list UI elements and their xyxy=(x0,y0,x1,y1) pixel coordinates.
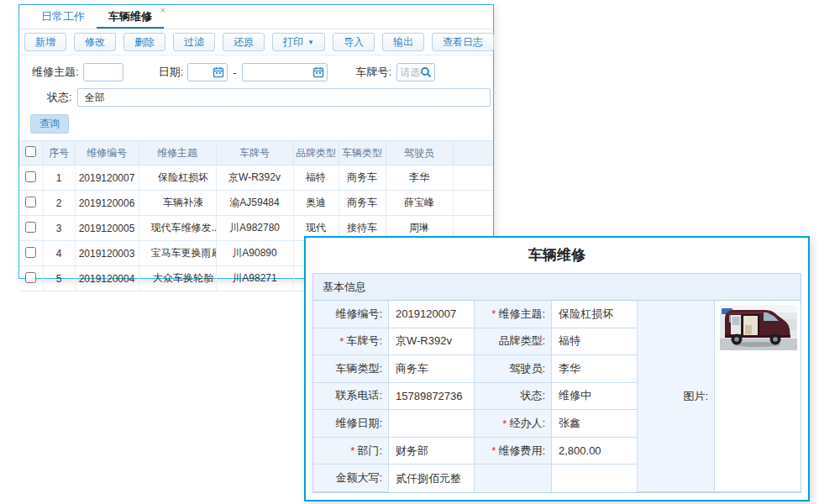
col-header-brand: 品牌类型 xyxy=(293,141,339,165)
section-header: 基本信息 xyxy=(313,274,801,301)
required-marker: * xyxy=(339,335,344,348)
subject-filter-input[interactable] xyxy=(83,63,123,81)
required-marker: * xyxy=(350,444,354,457)
field-label-driver: 驾驶员: xyxy=(475,355,552,383)
calendar-icon[interactable] xyxy=(213,66,224,78)
query-button[interactable]: 查询 xyxy=(30,114,69,134)
detail-title: 车辆维修 xyxy=(306,238,808,271)
required-marker: * xyxy=(491,307,496,320)
row-checkbox[interactable] xyxy=(25,197,36,207)
date-filter-label: 日期: xyxy=(159,65,184,80)
field-value-status: 维修中 xyxy=(552,383,638,411)
field-label-handler: *经办人: xyxy=(475,410,552,438)
field-label-status: 状态: xyxy=(475,383,552,411)
edit-button[interactable]: 修改 xyxy=(74,33,116,51)
view-log-button[interactable]: 查看日志 xyxy=(432,33,494,51)
date-range-separator: - xyxy=(233,66,236,79)
plate-link[interactable]: 川A90890 xyxy=(216,241,293,266)
status-select[interactable]: 全部 xyxy=(77,88,491,107)
required-marker: * xyxy=(491,444,496,457)
row-checkbox[interactable] xyxy=(25,272,36,283)
field-value-department: 财务部 xyxy=(389,438,475,465)
subject-filter-label: 维修主题: xyxy=(32,65,79,80)
driver-link[interactable]: 薛宝峰 xyxy=(386,191,453,216)
field-label-image: 图片: xyxy=(638,301,715,492)
field-value-amount-words: 贰仟捌佰元整 xyxy=(389,465,475,492)
field-label-department: *部门: xyxy=(313,438,389,465)
field-value-plate: 京W-R392v xyxy=(389,328,475,356)
row-checkbox[interactable] xyxy=(25,171,36,182)
chevron-down-icon: ▼ xyxy=(307,39,314,46)
import-button[interactable]: 导入 xyxy=(333,33,375,51)
col-header-subject: 维修主题 xyxy=(139,141,216,165)
table-row[interactable]: 1 2019120007 保险杠损坏 京W-R392v 福特 商务车 李华 xyxy=(19,165,493,191)
col-header-no: 序号 xyxy=(43,141,75,165)
field-label-vehicle-type: 车辆类型: xyxy=(313,355,389,383)
repair-id-link[interactable]: 2019120005 xyxy=(75,216,139,241)
col-header-repair-id: 维修编号 xyxy=(75,141,139,165)
toolbar: 新增 修改 删除 过滤 还原 打印 ▼ 导入 输出 查看日志 xyxy=(19,29,493,55)
restore-button[interactable]: 还原 xyxy=(223,33,265,51)
plate-filter-label: 车牌号: xyxy=(356,65,392,80)
vehicle-photo[interactable] xyxy=(720,305,797,350)
export-button[interactable]: 输出 xyxy=(382,33,424,51)
field-value-subject: 保险杠损坏 xyxy=(552,301,638,328)
field-value-empty xyxy=(552,465,638,492)
plate-link[interactable]: 渝AJ59484 xyxy=(216,191,293,216)
repair-detail-window: 车辆维修 基本信息 维修编号: 2019120007 *维修主题: 保险杠损坏 … xyxy=(304,236,810,501)
subject-link[interactable]: 保险杠损坏 xyxy=(139,165,216,191)
filter-panel: 维修主题: 日期: - xyxy=(19,59,493,139)
field-label-repair-date: 维修日期: xyxy=(313,410,389,438)
tab-vehicle-repair[interactable]: 车辆维修 × xyxy=(97,5,164,29)
tab-bar: 日常工作 车辆维修 × xyxy=(19,5,493,29)
field-value-cost: 2,800.00 xyxy=(552,438,638,465)
field-value-handler: 张鑫 xyxy=(552,410,638,438)
subject-link[interactable]: 大众车换轮胎 xyxy=(139,266,216,291)
detail-form-grid: 维修编号: 2019120007 *维修主题: 保险杠损坏 图片: xyxy=(313,301,801,492)
field-label-empty xyxy=(475,465,552,492)
tab-daily-work[interactable]: 日常工作 xyxy=(29,5,97,29)
print-button-label: 打印 xyxy=(283,35,303,50)
field-label-cost: *维修费用: xyxy=(475,438,552,465)
table-header-row: 序号 维修编号 维修主题 车牌号 品牌类型 车辆类型 驾驶员 xyxy=(19,141,493,165)
row-checkbox[interactable] xyxy=(25,222,36,233)
field-value-repair-date xyxy=(389,410,475,438)
col-header-type: 车辆类型 xyxy=(339,141,386,165)
repair-id-link[interactable]: 2019120004 xyxy=(75,266,139,291)
subject-link[interactable]: 现代车维修发... xyxy=(139,216,216,241)
repair-id-link[interactable]: 2019120007 xyxy=(75,165,139,191)
field-label-amount-words: 金额大写: xyxy=(313,465,389,492)
field-value-driver: 李华 xyxy=(552,355,638,383)
field-value-vehicle-type: 商务车 xyxy=(389,355,475,383)
col-header-driver: 驾驶员 xyxy=(386,141,453,165)
filter-button[interactable]: 过滤 xyxy=(173,33,215,51)
field-value-repair-id: 2019120007 xyxy=(389,301,475,328)
row-checkbox[interactable] xyxy=(25,247,36,258)
select-all-checkbox[interactable] xyxy=(25,146,36,157)
print-button[interactable]: 打印 ▼ xyxy=(272,33,325,51)
basic-info-section: 基本信息 维修编号: 2019120007 *维修主题: 保险杠损坏 图片: xyxy=(312,273,801,493)
repair-id-link[interactable]: 2019120003 xyxy=(75,241,139,266)
add-button[interactable]: 新增 xyxy=(24,33,66,51)
plate-link[interactable]: 京W-R392v xyxy=(216,165,293,191)
close-icon[interactable]: × xyxy=(160,6,165,15)
field-label-repair-id: 维修编号: xyxy=(313,301,389,328)
field-label-plate: *车牌号: xyxy=(313,328,389,356)
field-value-phone: 15789872736 xyxy=(389,383,475,411)
col-header-plate: 车牌号 xyxy=(216,141,293,165)
field-label-brand: 品牌类型: xyxy=(475,328,552,356)
subject-link[interactable]: 宝马车更换雨刷 xyxy=(139,241,216,266)
tab-vehicle-repair-label: 车辆维修 xyxy=(108,10,152,23)
field-value-brand: 福特 xyxy=(552,328,638,356)
field-label-phone: 联系电话: xyxy=(313,383,389,411)
subject-link[interactable]: 车辆补漆 xyxy=(139,191,216,216)
driver-link[interactable]: 李华 xyxy=(386,165,453,191)
plate-link[interactable]: 川A982780 xyxy=(216,216,293,241)
plate-link[interactable]: 川A98271 xyxy=(216,266,293,291)
repair-id-link[interactable]: 2019120006 xyxy=(75,191,139,216)
delete-button[interactable]: 删除 xyxy=(123,33,165,51)
search-icon[interactable] xyxy=(420,66,432,78)
status-filter-label: 状态: xyxy=(47,90,72,105)
table-row[interactable]: 2 2019120006 车辆补漆 渝AJ59484 奥迪 商务车 薛宝峰 xyxy=(19,191,493,216)
calendar-icon[interactable] xyxy=(312,66,324,78)
